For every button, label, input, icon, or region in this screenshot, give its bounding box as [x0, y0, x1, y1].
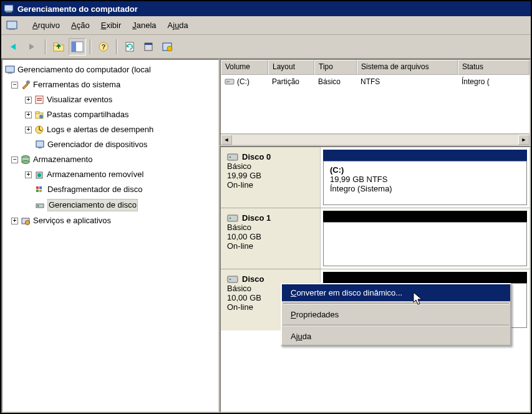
disk-pane: Disco 0 Básico 19,99 GB On-line (C:) 19,…	[220, 146, 531, 413]
column-headers: Volume Layout Tipo Sistema de arquivos S…	[221, 60, 530, 75]
scroll-track[interactable]	[232, 135, 518, 145]
menu-acao[interactable]: Ação	[71, 21, 90, 30]
svg-rect-22	[36, 112, 39, 113]
menu-exibir[interactable]: Exibir	[101, 21, 122, 30]
disk-icon	[227, 214, 238, 223]
window-title: Gerenciamento do computador	[17, 4, 138, 14]
menu-ajuda[interactable]: Ajuda	[168, 21, 188, 30]
disk-row[interactable]: Disco 0 Básico 19,99 GB On-line (C:) 19,…	[221, 147, 530, 208]
tree-ferramentas[interactable]: − Ferramentas do sistema	[2, 77, 218, 92]
expand-icon[interactable]: +	[25, 171, 32, 178]
volume-row[interactable]: (C:) Partição Básico NTFS Íntegro (	[221, 75, 530, 89]
svg-rect-12	[145, 43, 152, 45]
tree-pane: Gerenciamento do computador (local − Fer…	[1, 59, 220, 413]
scroll-left-button[interactable]: ◄	[221, 135, 232, 145]
col-status[interactable]: Status	[458, 60, 530, 75]
refresh-button[interactable]	[121, 38, 138, 55]
svg-point-45	[230, 217, 231, 219]
col-volume[interactable]: Volume	[221, 60, 268, 75]
tree-armazenamento[interactable]: − Armazenamento	[2, 152, 218, 167]
title-bar: Gerenciamento do computador	[1, 1, 531, 16]
right-pane: Volume Layout Tipo Sistema de arquivos S…	[220, 59, 531, 413]
menu-janela[interactable]: Janela	[132, 21, 156, 30]
partition-box[interactable]: (C:) 19,99 GB NTFS Íntegro (Sistema)	[323, 161, 527, 205]
svg-point-17	[26, 80, 30, 84]
content-area: Gerenciamento do computador (local − Fer…	[1, 59, 531, 413]
vol-cell-tipo: Básico	[314, 76, 357, 87]
svg-rect-42	[228, 154, 238, 160]
computer-icon	[5, 65, 15, 75]
vol-cell-layout: Partição	[268, 76, 314, 87]
toolbar-separator	[116, 39, 117, 54]
device-mgr-icon	[35, 140, 45, 150]
settings-button[interactable]	[158, 38, 176, 55]
tree-removivel[interactable]: + Armazenamento removível	[2, 167, 218, 182]
context-separator	[283, 325, 509, 326]
tree-ger-disco[interactable]: Gerenciamento de disco	[2, 197, 218, 213]
tree-desfrag[interactable]: Desfragmentador de disco	[2, 182, 218, 197]
partition-header	[323, 211, 527, 222]
menu-app-icon	[6, 20, 17, 31]
collapse-icon[interactable]: −	[11, 82, 18, 89]
storage-icon	[21, 155, 31, 165]
svg-rect-0	[4, 5, 13, 11]
drive-icon	[225, 78, 235, 85]
forward-button[interactable]	[24, 38, 41, 55]
disk-mgmt-icon	[35, 200, 45, 210]
col-layout[interactable]: Layout	[268, 60, 314, 75]
svg-rect-16	[7, 72, 12, 74]
tree-root[interactable]: Gerenciamento do computador (local	[2, 62, 218, 77]
menu-arquivo[interactable]: Arquivo	[32, 21, 60, 30]
expand-icon[interactable]: +	[25, 127, 32, 133]
partition-box[interactable]	[323, 222, 527, 266]
partition-header	[323, 272, 527, 283]
disk-info: Disco 1 Básico 10,00 GB On-line	[221, 208, 321, 269]
svg-rect-34	[36, 190, 39, 192]
svg-point-23	[39, 115, 43, 118]
help-button[interactable]: ?	[95, 38, 112, 55]
scroll-right-button[interactable]: ►	[518, 135, 530, 145]
vol-cell-volume: (C:)	[221, 76, 268, 87]
back-button[interactable]	[5, 38, 22, 55]
tree-ger-disp[interactable]: Gerenciador de dispositivos	[2, 137, 218, 152]
partition-info: 19,99 GB NTFS	[330, 175, 520, 184]
collapse-icon[interactable]: −	[11, 156, 18, 163]
context-separator	[283, 303, 509, 304]
shared-folders-icon	[34, 110, 44, 120]
toolbar: ?	[1, 35, 531, 59]
vol-cell-status: Íntegro (	[458, 76, 530, 87]
ctx-convert-dynamic[interactable]: Converter em disco dinâmico...	[282, 284, 510, 301]
svg-point-39	[26, 221, 30, 225]
svg-rect-2	[7, 21, 17, 29]
partition-header	[323, 150, 527, 161]
expand-icon[interactable]: +	[25, 97, 32, 104]
properties-button[interactable]	[140, 38, 157, 55]
svg-rect-3	[9, 29, 15, 30]
app-icon	[4, 4, 14, 14]
up-folder-button[interactable]	[50, 38, 67, 55]
disk-row[interactable]: Disco 1 Básico 10,00 GB On-line	[221, 208, 530, 269]
svg-point-31	[37, 173, 41, 177]
ctx-help[interactable]: Ajuda	[282, 328, 510, 345]
svg-point-43	[230, 156, 231, 158]
services-icon	[21, 216, 31, 226]
expand-icon[interactable]: +	[11, 218, 18, 224]
disk-icon	[227, 275, 238, 284]
svg-rect-1	[6, 11, 12, 12]
toolbar-separator	[90, 39, 91, 54]
tree-servicos[interactable]: + Serviços e aplicativos	[2, 213, 218, 228]
svg-rect-26	[38, 147, 42, 148]
vol-cell-sistema: NTFS	[357, 76, 458, 87]
disk-icon	[227, 153, 238, 161]
ctx-properties[interactable]: Propriedades	[282, 306, 510, 323]
show-tree-button[interactable]	[69, 38, 86, 55]
tree-logs[interactable]: + Logs e alertas de desempenh	[2, 122, 218, 137]
col-tipo[interactable]: Tipo	[314, 60, 357, 75]
svg-point-29	[22, 161, 29, 164]
tree-eventos[interactable]: + Visualizar eventos	[2, 92, 218, 107]
col-sistema[interactable]: Sistema de arquivos	[357, 60, 458, 75]
horizontal-scrollbar[interactable]: ◄ ►	[221, 133, 530, 145]
expand-icon[interactable]: +	[25, 112, 32, 118]
disk-info: Disco 0 Básico 19,99 GB On-line	[221, 147, 321, 208]
tree-pastas[interactable]: + Pastas compartilhadas	[2, 107, 218, 122]
